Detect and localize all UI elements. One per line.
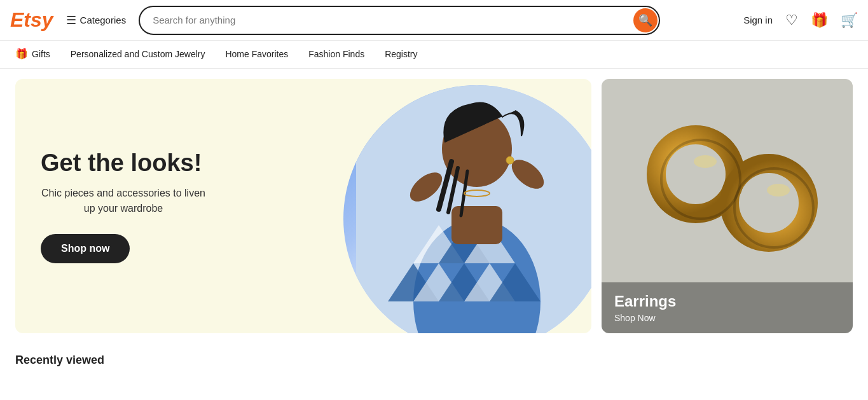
recently-viewed-title: Recently viewed	[15, 354, 853, 367]
nav-jewelry-label: Personalized and Custom Jewelry	[71, 49, 205, 59]
model-svg	[356, 85, 591, 333]
gift-icon: 🎁	[811, 12, 828, 29]
search-container: 🔍	[139, 6, 660, 35]
etsy-logo[interactable]: Etsy	[10, 8, 53, 32]
categories-label: Categories	[80, 15, 127, 25]
svg-rect-10	[451, 206, 502, 244]
earrings-shop-now[interactable]: Shop Now	[614, 313, 840, 323]
svg-point-22	[767, 184, 790, 197]
gift-button[interactable]: 🎁	[811, 12, 828, 29]
gift-nav-icon: 🎁	[15, 48, 28, 60]
nav-item-fashion[interactable]: Fashion Finds	[308, 41, 364, 68]
heart-icon: ♡	[785, 12, 798, 29]
svg-point-20	[694, 155, 717, 168]
hamburger-icon: ☰	[66, 13, 76, 27]
nav-item-gifts[interactable]: 🎁 Gifts	[15, 41, 50, 68]
cart-button[interactable]: 🛒	[841, 12, 858, 29]
nav-gifts-label: Gifts	[32, 49, 50, 59]
navigation-bar: 🎁 Gifts Personalized and Custom Jewelry …	[0, 41, 868, 69]
earrings-label: Earrings Shop Now	[602, 282, 853, 333]
recently-viewed-section: Recently viewed	[0, 343, 868, 377]
nav-item-home[interactable]: Home Favorites	[225, 41, 288, 68]
nav-item-registry[interactable]: Registry	[385, 41, 417, 68]
nav-item-jewelry[interactable]: Personalized and Custom Jewelry	[71, 41, 205, 68]
earrings-svg	[613, 98, 842, 276]
nav-home-label: Home Favorites	[225, 49, 288, 59]
search-input[interactable]	[139, 6, 660, 35]
header: Etsy ☰ Categories 🔍 Sign in ♡ 🎁 🛒	[0, 0, 868, 41]
hero-title: Get the looks!	[41, 149, 206, 178]
categories-button[interactable]: ☰ Categories	[61, 10, 132, 31]
search-icon: 🔍	[638, 13, 652, 27]
svg-point-17	[506, 156, 514, 164]
search-button[interactable]: 🔍	[633, 8, 658, 32]
nav-fashion-label: Fashion Finds	[308, 49, 364, 59]
earrings-title: Earrings	[614, 293, 840, 310]
hero-subtitle: Chic pieces and accessories to liven up …	[41, 186, 206, 216]
nav-registry-label: Registry	[385, 49, 417, 59]
hero-model-image	[324, 79, 591, 333]
shop-now-button[interactable]: Shop now	[41, 234, 130, 263]
hero-model-circle	[343, 85, 591, 333]
main-content: Get the looks! Chic pieces and accessori…	[0, 69, 868, 343]
hero-banner: Get the looks! Chic pieces and accessori…	[15, 79, 591, 333]
favorites-button[interactable]: ♡	[785, 12, 798, 29]
sign-in-button[interactable]: Sign in	[743, 15, 773, 25]
header-actions: Sign in ♡ 🎁 🛒	[743, 12, 858, 29]
earrings-panel: Earrings Shop Now	[602, 79, 853, 333]
cart-icon: 🛒	[841, 12, 858, 29]
hero-text: Get the looks! Chic pieces and accessori…	[15, 123, 231, 289]
